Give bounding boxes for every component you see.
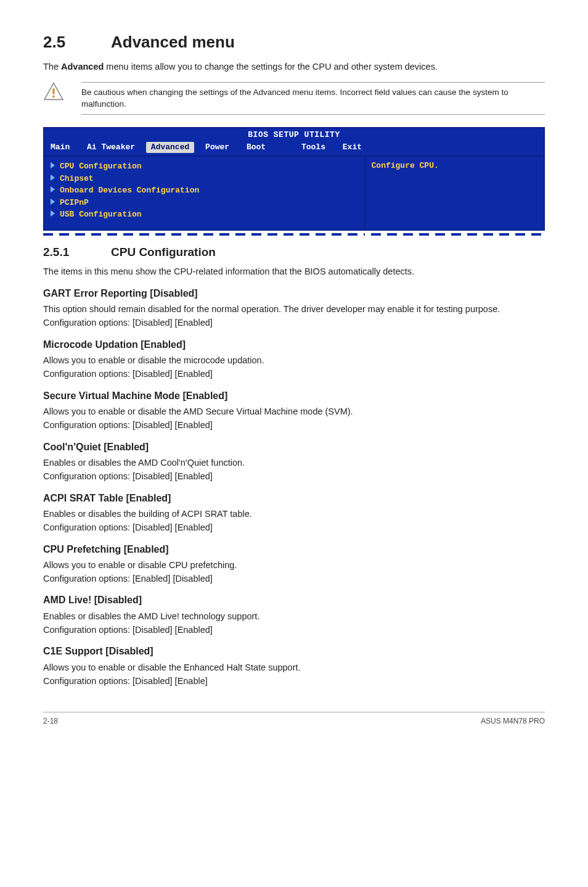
- option-c1e: C1E Support [Disabled] Allows you to ena…: [43, 645, 545, 687]
- subsection-intro: The items in this menu show the CPU-rela…: [43, 265, 545, 278]
- page-number: 2-18: [43, 716, 58, 727]
- bios-item[interactable]: USB Configuration: [51, 208, 358, 221]
- option-title: Cool'n'Quiet [Enabled]: [43, 440, 545, 454]
- bios-tab-row: Main Ai Tweaker Advanced Power Boot Tool…: [44, 141, 544, 155]
- subsection-heading: 2.5.1CPU Configuration: [43, 244, 545, 261]
- option-body: Enables or disables the AMD Live! techno…: [43, 610, 545, 622]
- option-opts: Configuration options: [Disabled] [Enabl…: [43, 470, 545, 482]
- option-body: Allows you to enable or disable the Enha…: [43, 661, 545, 674]
- option-amd-live: AMD Live! [Disabled] Enables or disables…: [43, 593, 545, 636]
- bios-tab-boot[interactable]: Boot: [240, 142, 272, 153]
- option-cpu-prefetch: CPU Prefetching [Enabled] Allows you to …: [43, 543, 545, 585]
- bios-title: BIOS SETUP UTILITY: [44, 128, 544, 141]
- bios-tab-ai-tweaker[interactable]: Ai Tweaker: [81, 142, 141, 153]
- section-title: Advanced menu: [111, 33, 235, 51]
- page-heading: 2.5Advanced menu: [43, 31, 545, 53]
- caution-icon: [43, 82, 64, 101]
- model-name: ASUS M4N78 PRO: [481, 716, 545, 727]
- intro-text-2: menu items allow you to change the setti…: [104, 62, 438, 72]
- bios-item[interactable]: Chipset: [51, 173, 358, 185]
- option-body: Enables or disables the AMD Cool'n'Quiet…: [43, 456, 545, 469]
- bios-left-panel: CPU Configuration Chipset Onboard Device…: [44, 157, 365, 229]
- bios-right-panel: Configure CPU.: [365, 157, 544, 229]
- bios-tab-power[interactable]: Power: [199, 142, 235, 153]
- bios-body: CPU Configuration Chipset Onboard Device…: [44, 155, 544, 229]
- dash-gap: [365, 233, 371, 236]
- option-opts: Configuration options: [Disabled] [Enabl…: [43, 419, 545, 431]
- option-gart: GART Error Reporting [Disabled] This opt…: [43, 287, 545, 329]
- dash-segment: [43, 233, 365, 236]
- bios-tab-main[interactable]: Main: [44, 142, 76, 153]
- bios-bottom-dashes: [43, 233, 545, 236]
- option-acpi-srat: ACPI SRAT Table [Enabled] Enables or dis…: [43, 492, 545, 534]
- intro-bold: Advanced: [61, 62, 104, 72]
- bios-tab-advanced[interactable]: Advanced: [146, 142, 194, 153]
- bios-item[interactable]: CPU Configuration: [51, 160, 358, 173]
- bios-tab-exit[interactable]: Exit: [337, 142, 368, 153]
- option-svm: Secure Virtual Machine Mode [Enabled] Al…: [43, 389, 545, 432]
- intro-text-1: The: [43, 62, 61, 72]
- option-opts: Configuration options: [Disabled] [Enabl…: [43, 316, 545, 329]
- option-title: AMD Live! [Disabled]: [43, 593, 545, 607]
- bios-screenshot: BIOS SETUP UTILITY Main Ai Tweaker Advan…: [43, 127, 545, 231]
- option-title: GART Error Reporting [Disabled]: [43, 287, 545, 300]
- bios-item[interactable]: Onboard Devices Configuration: [51, 184, 358, 197]
- option-title: Secure Virtual Machine Mode [Enabled]: [43, 389, 545, 403]
- option-opts: Configuration options: [Disabled] [Enabl…: [43, 368, 545, 380]
- page-footer: 2-18 ASUS M4N78 PRO: [43, 712, 545, 727]
- option-body: Allows you to enable or disable the AMD …: [43, 405, 545, 418]
- dash-segment: [371, 233, 545, 236]
- caution-text: Be cautious when changing the settings o…: [81, 82, 545, 115]
- option-title: ACPI SRAT Table [Enabled]: [43, 492, 545, 505]
- option-coolnquiet: Cool'n'Quiet [Enabled] Enables or disabl…: [43, 440, 545, 483]
- option-title: CPU Prefetching [Enabled]: [43, 543, 545, 556]
- option-title: C1E Support [Disabled]: [43, 645, 545, 658]
- option-body: Allows you to enable or disable CPU pref…: [43, 559, 545, 571]
- option-body: Allows you to enable or disable the micr…: [43, 354, 545, 366]
- option-opts: Configuration options: [Disabled] [Enabl…: [43, 521, 545, 534]
- option-body: Enables or disables the building of ACPI…: [43, 508, 545, 520]
- option-title: Microcode Updation [Enabled]: [43, 338, 545, 352]
- subsection-title: CPU Configuration: [111, 245, 216, 258]
- option-opts: Configuration options: [Disabled] [Enabl…: [43, 675, 545, 687]
- bios-item[interactable]: PCIPnP: [51, 197, 358, 209]
- option-microcode: Microcode Updation [Enabled] Allows you …: [43, 338, 545, 381]
- option-body: This option should remain disabled for t…: [43, 303, 545, 315]
- option-opts: Configuration options: [Disabled] [Enabl…: [43, 624, 545, 636]
- intro-paragraph: The Advanced menu items allow you to cha…: [43, 60, 545, 73]
- caution-note: Be cautious when changing the settings o…: [43, 82, 545, 115]
- svg-rect-1: [52, 88, 54, 94]
- section-number: 2.5: [43, 31, 111, 53]
- subsection-number: 2.5.1: [43, 244, 111, 261]
- bios-tab-tools[interactable]: Tools: [295, 142, 332, 153]
- option-opts: Configuration options: [Enabled] [Disabl…: [43, 572, 545, 585]
- svg-point-2: [52, 95, 55, 97]
- bios-help-text: Configure CPU.: [372, 161, 439, 170]
